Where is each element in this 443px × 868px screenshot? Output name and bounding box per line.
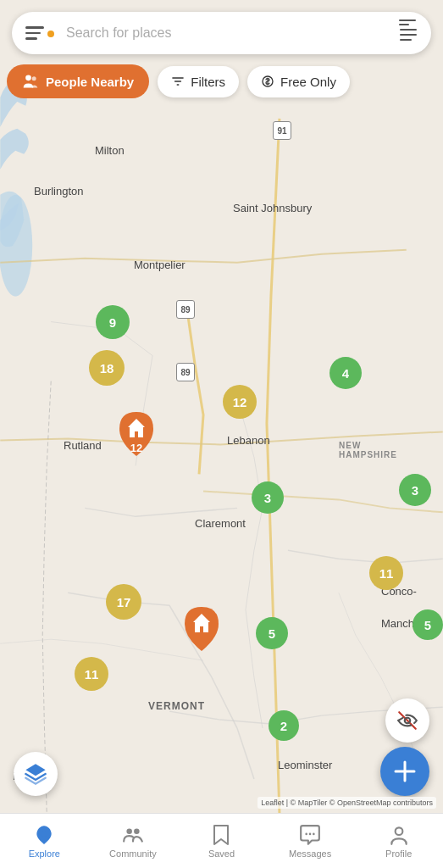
eye-off-fab-button[interactable] [385,698,429,743]
messages-nav-icon [299,824,321,846]
layers-icon [24,762,47,786]
nav-item-profile[interactable]: Profile [354,819,443,864]
notification-dot [47,31,54,37]
profile-nav-icon [388,824,410,846]
layers-fab-button[interactable] [14,752,58,796]
filter-icon [171,75,185,88]
svg-point-6 [32,76,36,81]
people-nearby-button[interactable]: People Nearby [7,64,149,98]
svg-rect-0 [0,0,442,813]
eye-off-icon [396,709,418,732]
free-only-button[interactable]: Free Only [247,66,350,97]
community-nav-icon [122,824,144,846]
list-view-button[interactable] [399,19,418,47]
cluster-marker-2[interactable]: 2 [269,710,299,741]
cluster-marker-3b[interactable]: 3 [399,474,431,506]
cluster-marker-5b[interactable]: 5 [413,609,443,640]
add-icon [392,759,418,784]
nav-item-saved[interactable]: Saved [177,819,266,864]
svg-point-11 [42,831,47,837]
cluster-marker-11a[interactable]: 11 [369,556,403,590]
dollar-icon [261,75,274,88]
menu-icon [25,21,49,45]
cluster-marker-12[interactable]: 12 [223,385,257,419]
highway-badge-89-2: 89 [176,363,195,381]
cluster-marker-18[interactable]: 18 [89,350,125,386]
filters-button[interactable]: Filters [158,66,239,97]
svg-point-13 [134,828,140,834]
search-placeholder[interactable]: Search for places [66,25,399,41]
map-attribution: Leaflet | © MapTiler © OpenStreetMap con… [257,797,436,809]
pin-marker-orange-2[interactable] [181,607,222,651]
nav-item-messages[interactable]: Messages [266,819,355,864]
cluster-marker-5[interactable]: 5 [256,617,288,649]
svg-point-14 [305,832,307,835]
explore-nav-label: Explore [29,849,60,859]
explore-nav-icon [33,824,55,846]
highway-badge-89-1: 89 [176,300,195,319]
cluster-marker-3a[interactable]: 3 [252,481,284,514]
add-fab-button[interactable] [380,747,429,796]
filter-row: People Nearby Filters Free Only [7,64,436,98]
search-bar: Search for places [12,12,431,54]
cluster-marker-11b[interactable]: 11 [75,657,108,691]
svg-point-15 [309,832,312,835]
bottom-nav: Explore Community Saved [0,813,443,868]
people-nearby-icon [22,73,39,90]
map-container[interactable]: Burlington Montpelier Saint Johnsbury Ru… [0,0,443,813]
svg-point-16 [313,832,315,835]
nav-item-community[interactable]: Community [89,819,178,864]
list-view-icon [399,25,418,44]
cluster-marker-4[interactable]: 4 [329,357,362,389]
community-nav-label: Community [109,849,157,859]
cluster-marker-9[interactable]: 9 [96,305,130,339]
highway-badge-91-1: 91 [273,121,291,140]
nav-item-explore[interactable]: Explore [0,819,89,864]
saved-nav-label: Saved [208,849,235,859]
saved-nav-icon [210,824,232,846]
messages-nav-label: Messages [289,849,331,859]
svg-point-17 [395,827,402,835]
profile-nav-label: Profile [385,849,412,859]
pin-marker-orange-1[interactable]: 12 [116,412,157,456]
svg-point-12 [126,828,132,834]
cluster-marker-17[interactable]: 17 [106,584,141,620]
svg-point-5 [25,75,31,81]
menu-button[interactable] [25,21,58,45]
